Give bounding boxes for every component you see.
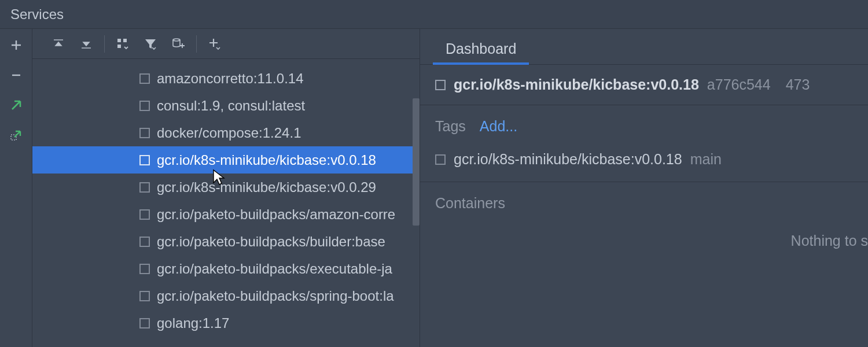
tree-row[interactable]: gcr.io/paketo-buildpacks/spring-boot:la	[32, 282, 420, 309]
image-icon	[139, 318, 150, 328]
tree-row-label: gcr.io/paketo-buildpacks/executable-ja	[157, 261, 392, 277]
image-icon	[139, 155, 150, 165]
tree-row-label: gcr.io/paketo-buildpacks/builder:base	[157, 234, 385, 250]
tree-row-label: golang:1.17	[157, 315, 229, 331]
tree-row[interactable]: consul:1.9, consul:latest	[32, 92, 420, 119]
tags-row: Tags Add...	[420, 105, 868, 145]
tree-row[interactable]: gcr.io/paketo-buildpacks/executable-ja	[32, 255, 420, 282]
tree-row[interactable]: golang:1.17	[32, 309, 420, 337]
remove-button[interactable]	[8, 67, 24, 83]
tree-row[interactable]: amazoncorretto:11.0.14	[32, 65, 420, 92]
tree-row[interactable]: docker/compose:1.24.1	[32, 119, 420, 146]
containers-label: Containers	[435, 195, 505, 211]
detail-panel: Dashboard gcr.io/k8s-minikube/kicbase:v0…	[420, 29, 868, 347]
image-icon	[435, 154, 446, 165]
filter-button[interactable]	[143, 36, 158, 51]
main: amazoncorretto:11.0.14 consul:1.9, consu…	[0, 29, 868, 347]
tree-row-label: gcr.io/k8s-minikube/kicbase:v0.0.29	[157, 179, 376, 195]
restore-layout-button[interactable]	[8, 127, 24, 143]
tree-toolbar	[32, 29, 420, 59]
image-icon	[139, 101, 150, 111]
image-icon	[435, 80, 446, 90]
tag-name: gcr.io/k8s-minikube/kicbase:v0.0.18	[454, 151, 682, 168]
tab-active-indicator	[433, 62, 529, 65]
tag-entry[interactable]: gcr.io/k8s-minikube/kicbase:v0.0.18 main	[420, 145, 868, 182]
tree-row[interactable]: gcr.io/paketo-buildpacks/builder:base	[32, 228, 420, 255]
tree-row-label: gcr.io/k8s-minikube/kicbase:v0.0.18	[157, 152, 376, 168]
panel-title: Services	[0, 0, 868, 29]
tree-row[interactable]: gcr.io/paketo-buildpacks/amazon-corre	[32, 201, 420, 228]
image-icon	[139, 73, 150, 84]
tree-panel: amazoncorretto:11.0.14 consul:1.9, consu…	[32, 29, 420, 347]
panel-title-text: Services	[10, 6, 64, 23]
image-icon	[139, 182, 150, 193]
tab-dashboard[interactable]: Dashboard	[433, 32, 529, 64]
svg-rect-3	[117, 45, 121, 48]
tags-label: Tags	[435, 118, 466, 135]
containers-section: Containers	[420, 182, 868, 215]
tree-row-selected[interactable]: gcr.io/k8s-minikube/kicbase:v0.0.18	[32, 146, 420, 174]
image-icon	[139, 209, 150, 220]
tree-row-label: docker/compose:1.24.1	[157, 125, 301, 141]
detail-meta: a776c544 473	[707, 76, 810, 93]
scrollbar-thumb[interactable]	[413, 98, 420, 226]
tab-label: Dashboard	[446, 40, 516, 57]
group-by-button[interactable]	[115, 36, 130, 51]
detail-hash: a776c544	[707, 76, 771, 93]
collapse-all-button[interactable]	[79, 36, 94, 51]
image-icon	[139, 237, 150, 247]
tree-row-label: consul:1.9, consul:latest	[157, 98, 305, 114]
containers-empty-text: Nothing to s	[420, 215, 868, 249]
svg-rect-1	[117, 39, 121, 42]
image-icon	[139, 264, 150, 274]
image-icon	[139, 128, 150, 138]
detail-tabs: Dashboard	[420, 29, 868, 65]
detail-size: 473	[786, 76, 810, 93]
tag-branch: main	[690, 151, 722, 168]
tree-row-label: gcr.io/paketo-buildpacks/spring-boot:la	[157, 288, 394, 304]
image-icon	[139, 291, 150, 301]
detail-header: gcr.io/k8s-minikube/kicbase:v0.0.18 a776…	[420, 65, 868, 105]
service-tree[interactable]: amazoncorretto:11.0.14 consul:1.9, consu…	[32, 59, 420, 347]
add-service-button[interactable]	[207, 36, 222, 51]
open-new-tab-button[interactable]	[8, 97, 24, 113]
add-tag-link[interactable]: Add...	[480, 118, 517, 135]
add-button[interactable]	[8, 37, 24, 53]
tree-row-label: amazoncorretto:11.0.14	[157, 71, 304, 87]
tool-gutter	[0, 29, 32, 347]
new-query-button[interactable]	[171, 36, 186, 51]
tree-row[interactable]: gcr.io/k8s-minikube/kicbase:v0.0.29	[32, 174, 420, 201]
svg-rect-2	[123, 39, 127, 42]
detail-title: gcr.io/k8s-minikube/kicbase:v0.0.18	[454, 76, 699, 93]
content: amazoncorretto:11.0.14 consul:1.9, consu…	[32, 29, 868, 347]
tree-row-label: gcr.io/paketo-buildpacks/amazon-corre	[157, 206, 395, 223]
expand-all-button[interactable]	[51, 36, 66, 51]
